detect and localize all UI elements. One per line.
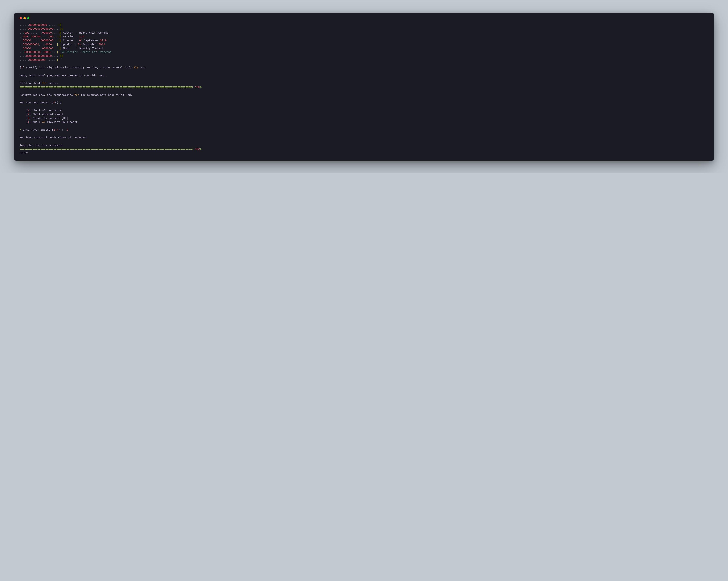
menu-item-1[interactable]: [1] Check all accounts	[26, 109, 61, 112]
author-value: Wahyu Arif Purnomo	[79, 31, 108, 34]
terminal-window: ......OOOOOOOOOOO...... || .....OOOOOOOO…	[14, 12, 714, 161]
menu-item-2[interactable]: [2] Check account email	[26, 113, 63, 116]
ascii-art: ......OOOOOOOOOOO...... || .....OOOOOOOO…	[20, 24, 111, 62]
version-value: 1.0	[79, 35, 84, 38]
name-value: Spotify Toolkit	[79, 47, 103, 50]
author-label: Author :	[63, 31, 79, 34]
update-label: Update :	[61, 43, 78, 46]
window-titlebar	[20, 17, 708, 19]
intro-line: [!] Spotify is a digital music streaming…	[20, 66, 147, 69]
tagline: ## Spotify - Music For Everyone	[61, 51, 111, 54]
congrats-line: Congratulations, the requirements for th…	[20, 93, 132, 96]
maximize-icon[interactable]	[27, 17, 29, 19]
create-label: Create :	[63, 39, 79, 42]
start-check-line: Start a check for needs..	[20, 82, 60, 85]
list-prompt[interactable]: List?	[20, 152, 28, 155]
name-label: Name :	[63, 47, 79, 50]
choice-prompt[interactable]: > Enter your choice (1-4) : 1	[20, 129, 68, 132]
oops-line: Oops, additional programs are needed to …	[20, 74, 107, 77]
version-label: Version :	[63, 35, 79, 38]
selected-line: You have selected tools Check all accoun…	[20, 136, 87, 139]
see-menu-prompt[interactable]: See the tool menu? (y/n) y	[20, 101, 61, 104]
load-line: load the tool you requested	[20, 144, 63, 147]
terminal-output: ......OOOOOOOOOOO...... || .....OOOOOOOO…	[20, 23, 708, 156]
menu-item-3[interactable]: [3] Create an account [US]	[26, 117, 68, 120]
minimize-icon[interactable]	[23, 17, 26, 19]
progress-bar-1: ========================================…	[20, 86, 202, 89]
choice-value: 1	[66, 129, 68, 132]
menu-item-4[interactable]: [4] Music or Playlist Downloader	[26, 121, 78, 124]
close-icon[interactable]	[20, 17, 22, 19]
progress-bar-2: ========================================…	[20, 148, 202, 151]
